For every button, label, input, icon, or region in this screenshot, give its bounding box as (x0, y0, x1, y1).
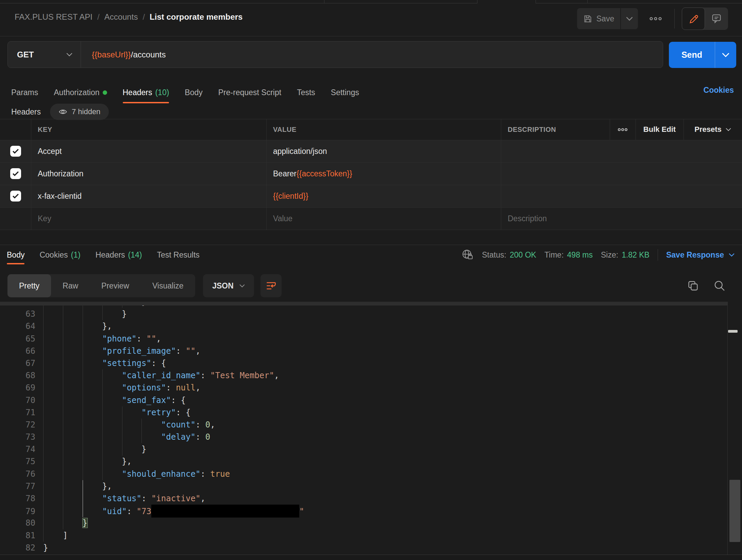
search-response-button[interactable] (713, 280, 726, 292)
response-body-editor[interactable]: 62 }63 }64 },65 "phone": "",66 "profile_… (0, 302, 727, 555)
presets-dropdown[interactable]: Presets (684, 119, 742, 140)
request-title[interactable]: List corporate members (150, 12, 242, 22)
view-mode-preview[interactable]: Preview (90, 274, 141, 297)
hidden-headers-toggle[interactable]: 7 hidden (50, 104, 109, 120)
pencil-icon (688, 14, 698, 24)
request-tab-headers[interactable]: Headers(10) (123, 82, 169, 103)
code-line-70: 70 "send_fax": { (0, 394, 304, 406)
tab-strip-line (0, 3, 477, 3)
url-input[interactable]: {{baseUrl}}/accounts (81, 41, 166, 68)
response-tab-cookies[interactable]: Cookies(1) (39, 245, 80, 264)
column-header-value: VALUE (273, 119, 297, 140)
header-value-cell[interactable]: Bearer {{accessToken}} (273, 162, 352, 185)
save-button[interactable]: Save (577, 8, 620, 29)
breadcrumb-collection-root[interactable]: FAX.PLUS REST API (15, 12, 92, 22)
view-mode-pretty[interactable]: Pretty (7, 274, 51, 297)
value-placeholder[interactable]: Value (273, 207, 292, 230)
status-label: Status: (482, 250, 506, 260)
header-enabled-checkbox[interactable] (10, 168, 21, 179)
wrap-lines-button[interactable] (260, 274, 282, 297)
header-key-cell[interactable]: Authorization (38, 162, 83, 185)
request-tab-tests[interactable]: Tests (297, 82, 315, 103)
code-line-71: 71 "retry": { (0, 406, 304, 419)
request-tab-body[interactable]: Body (185, 82, 202, 103)
save-options-dropdown[interactable] (621, 8, 638, 29)
more-actions-button[interactable] (646, 10, 665, 27)
eye-icon (58, 108, 67, 115)
edit-request-toggle[interactable] (682, 7, 705, 30)
method-selector[interactable]: GET (8, 41, 81, 68)
time-label: Time: (544, 250, 564, 260)
code-line-79: 79 "uid": "73" (0, 505, 304, 517)
code-scroll-shadow (0, 302, 727, 305)
response-tab-body[interactable]: Body (7, 245, 24, 264)
save-icon (583, 14, 592, 23)
tab-count: (14) (128, 250, 142, 260)
table-border (0, 119, 742, 119)
code-line-76: 76 "should_enhance": true (0, 468, 304, 480)
request-tab-authorization[interactable]: Authorization (54, 82, 107, 103)
line-number: 81 (0, 529, 35, 542)
status-value[interactable]: 200 OK (510, 250, 536, 260)
request-tab-params[interactable]: Params (11, 82, 38, 103)
chevron-down-icon (626, 17, 633, 21)
tab-label: Headers (96, 250, 125, 260)
response-view-modes: PrettyRawPreviewVisualize (7, 274, 195, 297)
method-label: GET (17, 50, 34, 59)
response-tab-headers[interactable]: Headers(14) (96, 245, 142, 264)
hidden-headers-label: 7 hidden (72, 107, 100, 116)
time-value[interactable]: 498 ms (567, 250, 593, 260)
response-section-border (0, 245, 742, 245)
cookies-link[interactable]: Cookies (704, 86, 734, 95)
request-tab-pre-request-script[interactable]: Pre-request Script (218, 82, 281, 103)
tab-boundary (477, 0, 477, 3)
header-value-cell[interactable]: {{clientId}} (273, 185, 308, 207)
line-number: 82 (0, 542, 35, 554)
description-placeholder[interactable]: Description (508, 207, 547, 230)
view-mode-visualize[interactable]: Visualize (141, 274, 195, 297)
tab-label: Headers (123, 88, 152, 97)
breadcrumb-folder[interactable]: Accounts (104, 12, 138, 22)
header-border (0, 36, 742, 36)
language-label: JSON (212, 281, 234, 291)
tab-strip-line (536, 3, 742, 3)
tab-boundary (536, 0, 536, 3)
line-number: 76 (0, 468, 35, 480)
table-border (0, 207, 742, 208)
bulk-edit-label: Bulk Edit (643, 125, 676, 134)
breadcrumb-separator: / (97, 12, 100, 22)
search-icon (713, 280, 726, 292)
table-column-divider (501, 119, 501, 230)
line-number: 70 (0, 394, 35, 406)
key-placeholder[interactable]: Key (38, 207, 51, 230)
column-options-button[interactable] (610, 119, 636, 140)
size-value[interactable]: 1.82 KB (622, 250, 650, 260)
response-tab-test-results[interactable]: Test Results (157, 245, 200, 264)
header-value-cell[interactable]: application/json (273, 140, 327, 162)
headers-section-title: Headers (11, 107, 41, 117)
code-line-63: 63 } (0, 308, 304, 320)
documentation-toggle[interactable] (705, 7, 728, 30)
line-number: 69 (0, 382, 35, 394)
request-tab-settings[interactable]: Settings (331, 82, 359, 103)
code-line-67: 67 "settings": { (0, 357, 304, 369)
response-meta: Status: 200 OK Time: 498 ms Size: 1.82 K… (461, 245, 735, 264)
table-column-divider (636, 119, 636, 140)
save-response-dropdown[interactable]: Save Response (666, 250, 735, 260)
header-key-cell[interactable]: x-fax-clientid (38, 185, 82, 207)
column-header-description: DESCRIPTION (508, 119, 556, 140)
header-enabled-checkbox[interactable] (10, 146, 21, 157)
authorization-configured-dot (103, 90, 107, 95)
right-pane-toggle (682, 7, 728, 30)
bulk-edit-button[interactable]: Bulk Edit (636, 119, 684, 140)
header-enabled-checkbox[interactable] (10, 191, 21, 202)
language-selector[interactable]: JSON (203, 274, 254, 297)
network-info-icon[interactable] (461, 249, 474, 261)
header-key-cell[interactable]: Accept (38, 140, 62, 162)
send-button-group: Send (669, 42, 736, 68)
copy-response-button[interactable] (687, 280, 699, 292)
view-mode-raw[interactable]: Raw (51, 274, 90, 297)
scrollbar-thumb[interactable] (729, 480, 740, 542)
send-button[interactable]: Send (669, 50, 715, 60)
send-options-dropdown[interactable] (715, 53, 736, 57)
